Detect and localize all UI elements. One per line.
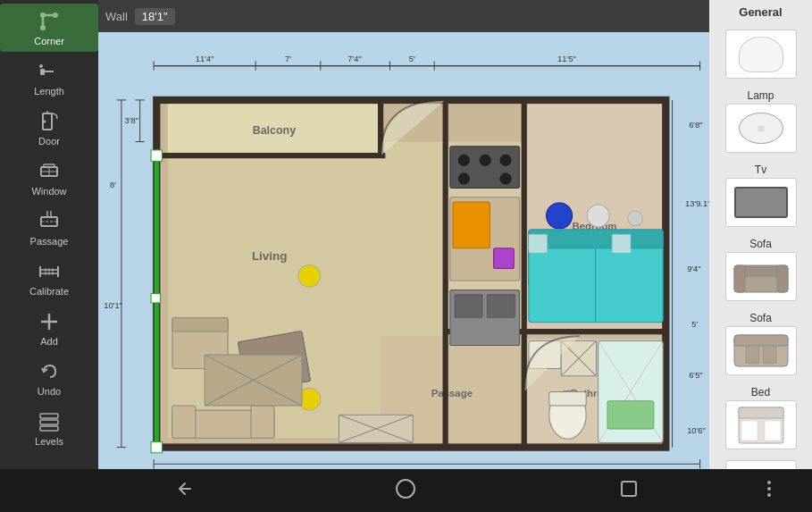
furniture-lamp[interactable]: Lamp bbox=[713, 86, 808, 156]
svg-point-115 bbox=[480, 155, 490, 165]
svg-point-116 bbox=[500, 155, 511, 165]
door-label: Door bbox=[38, 136, 60, 147]
svg-rect-104 bbox=[172, 318, 228, 332]
passage-label: Passage bbox=[30, 236, 69, 247]
calibrate-icon bbox=[37, 259, 62, 284]
sofa1-label: Sofa bbox=[749, 238, 772, 250]
svg-text:7': 7' bbox=[285, 55, 291, 63]
add-label: Add bbox=[40, 336, 58, 347]
levels-label: Levels bbox=[35, 436, 63, 447]
svg-point-161 bbox=[767, 481, 771, 484]
furniture-general[interactable] bbox=[713, 26, 808, 82]
svg-rect-131 bbox=[529, 230, 663, 248]
svg-text:Living: Living bbox=[252, 249, 288, 263]
furniture-tv[interactable]: Tv bbox=[713, 160, 808, 231]
wall-info-bar: Wall 18'1" bbox=[98, 0, 709, 32]
tool-door[interactable]: Door bbox=[0, 104, 98, 152]
svg-text:7'4": 7'4" bbox=[347, 55, 361, 63]
svg-point-127 bbox=[628, 211, 643, 226]
svg-rect-148 bbox=[777, 265, 788, 292]
svg-rect-121 bbox=[487, 295, 515, 318]
furniture-bed[interactable]: Bed bbox=[713, 382, 808, 453]
svg-text:3'8": 3'8" bbox=[125, 116, 138, 125]
recent-button[interactable] bbox=[604, 471, 654, 511]
svg-rect-156 bbox=[765, 421, 781, 441]
window-label: Window bbox=[31, 186, 66, 197]
svg-rect-141 bbox=[607, 401, 654, 429]
furniture-sofa2[interactable]: Sofa bbox=[713, 308, 808, 379]
lamp-label: Lamp bbox=[747, 89, 774, 102]
home-button[interactable] bbox=[381, 471, 431, 511]
svg-point-0 bbox=[40, 13, 46, 18]
undo-label: Undo bbox=[38, 386, 61, 397]
right-panel: General Lamp Tv Sofa bbox=[709, 0, 812, 469]
lamp-preview bbox=[725, 104, 797, 153]
svg-point-163 bbox=[767, 493, 771, 497]
bed-preview bbox=[725, 400, 797, 449]
wall-value: 18'1" bbox=[135, 8, 175, 25]
tv-preview bbox=[725, 178, 797, 227]
window-icon bbox=[37, 159, 62, 184]
panel-title: General bbox=[739, 5, 782, 19]
svg-text:5': 5' bbox=[409, 55, 415, 63]
door-icon bbox=[37, 109, 62, 134]
svg-text:9'4": 9'4" bbox=[687, 264, 700, 273]
menu-button[interactable] bbox=[744, 471, 794, 511]
tool-calibrate[interactable]: Calibrate bbox=[0, 254, 98, 302]
svg-text:Balcony: Balcony bbox=[253, 124, 296, 137]
tool-undo[interactable]: Undo bbox=[0, 354, 98, 402]
svg-rect-151 bbox=[746, 346, 759, 364]
svg-text:11'4": 11'4" bbox=[196, 55, 214, 63]
svg-text:10'1": 10'1" bbox=[104, 301, 122, 310]
back-button[interactable] bbox=[158, 471, 208, 511]
canvas-area[interactable]: Wall 18'1" 11'4" 7' 7'4" 5' 11'5" bbox=[98, 0, 709, 469]
svg-rect-101 bbox=[251, 406, 274, 438]
svg-point-159 bbox=[397, 480, 414, 498]
tool-add[interactable]: Add bbox=[0, 304, 98, 352]
tool-length[interactable]: Length bbox=[0, 54, 98, 102]
svg-rect-96 bbox=[151, 150, 162, 161]
svg-text:Passage: Passage bbox=[431, 388, 473, 399]
svg-text:13'9.1": 13'9.1" bbox=[685, 199, 709, 208]
svg-point-114 bbox=[458, 155, 469, 165]
svg-rect-29 bbox=[40, 420, 58, 424]
svg-point-2 bbox=[53, 13, 58, 18]
length-label: Length bbox=[34, 86, 64, 97]
svg-rect-3 bbox=[40, 69, 45, 75]
svg-rect-123 bbox=[453, 202, 490, 248]
furniture-sofa1[interactable]: Sofa bbox=[713, 234, 808, 305]
more-preview bbox=[725, 460, 797, 469]
svg-point-125 bbox=[547, 203, 573, 229]
svg-rect-133 bbox=[612, 234, 631, 253]
svg-rect-154 bbox=[739, 407, 783, 418]
wall-label-text: Wall bbox=[105, 10, 128, 23]
svg-rect-150 bbox=[734, 335, 788, 346]
tool-levels[interactable]: Levels bbox=[0, 404, 98, 452]
passage-icon bbox=[37, 209, 62, 234]
svg-rect-120 bbox=[455, 295, 482, 318]
corner-icon bbox=[37, 9, 62, 34]
svg-text:6'8": 6'8" bbox=[689, 121, 702, 130]
svg-point-8 bbox=[44, 121, 46, 123]
sofa2-label: Sofa bbox=[749, 312, 772, 324]
sofa1-preview bbox=[725, 252, 797, 301]
svg-point-5 bbox=[39, 64, 43, 68]
tool-corner[interactable]: Corner bbox=[0, 4, 98, 52]
tool-window[interactable]: Window bbox=[0, 154, 98, 202]
svg-point-118 bbox=[500, 173, 511, 184]
length-icon bbox=[37, 59, 62, 84]
bottom-nav bbox=[0, 469, 812, 512]
svg-text:10'6": 10'6" bbox=[687, 426, 706, 435]
tool-passage[interactable]: Passage bbox=[0, 204, 98, 252]
undo-icon bbox=[37, 359, 62, 384]
svg-point-162 bbox=[767, 487, 771, 491]
furniture-more[interactable] bbox=[713, 457, 808, 469]
sofa2-preview bbox=[725, 326, 797, 375]
svg-rect-152 bbox=[763, 346, 776, 364]
calibrate-label: Calibrate bbox=[29, 286, 69, 297]
general-preview bbox=[725, 29, 797, 79]
svg-rect-136 bbox=[549, 391, 586, 406]
tv-label: Tv bbox=[755, 164, 766, 176]
levels-icon bbox=[37, 409, 62, 434]
svg-text:5': 5' bbox=[691, 320, 698, 329]
